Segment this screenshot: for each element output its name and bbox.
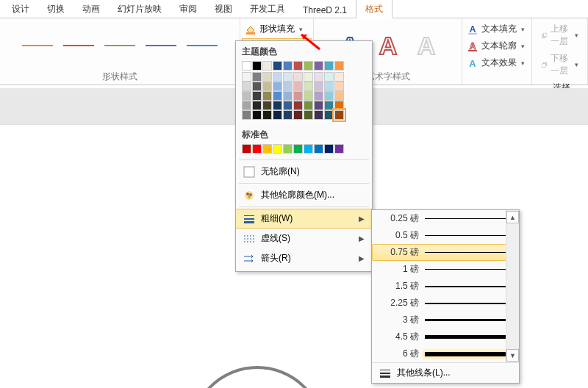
more-outline-colors-item[interactable]: 其他轮廓颜色(M)... <box>236 185 372 205</box>
color-swatch[interactable] <box>283 101 293 110</box>
color-swatch[interactable] <box>293 101 303 110</box>
style-preset-4[interactable] <box>146 45 176 46</box>
color-swatch[interactable] <box>273 82 282 91</box>
color-swatch[interactable] <box>334 144 344 154</box>
tab-review[interactable]: 审阅 <box>171 0 206 18</box>
color-swatch[interactable] <box>273 144 282 154</box>
tab-animations[interactable]: 动画 <box>74 0 109 18</box>
dashes-submenu-item[interactable]: 虚线(S) ▶ <box>236 229 372 248</box>
color-swatch[interactable] <box>314 144 323 154</box>
selected-arc-shape[interactable] <box>184 360 331 388</box>
weight-option[interactable]: 2.25 磅 <box>372 295 519 312</box>
color-swatch[interactable] <box>304 91 313 101</box>
color-swatch[interactable] <box>304 72 313 82</box>
color-swatch[interactable] <box>324 61 334 71</box>
wordart-style-3[interactable]: A <box>409 28 444 63</box>
weight-submenu-item[interactable]: 粗细(W) ▶ <box>236 209 372 229</box>
color-swatch[interactable] <box>304 110 313 120</box>
color-swatch[interactable] <box>314 110 323 120</box>
color-swatch[interactable] <box>314 82 323 91</box>
weight-option[interactable]: 6 磅 <box>372 345 519 362</box>
color-swatch[interactable] <box>252 72 262 82</box>
color-swatch[interactable] <box>252 91 262 101</box>
color-swatch[interactable] <box>293 91 303 101</box>
color-swatch[interactable] <box>283 110 293 120</box>
color-swatch[interactable] <box>252 61 262 71</box>
color-swatch[interactable] <box>324 82 334 91</box>
color-swatch[interactable] <box>273 72 282 82</box>
color-swatch[interactable] <box>334 61 344 71</box>
text-fill-button[interactable]: A 文本填充▾ <box>464 21 530 37</box>
color-swatch[interactable] <box>293 144 303 154</box>
color-swatch[interactable] <box>334 101 344 110</box>
color-swatch[interactable] <box>304 61 313 71</box>
color-swatch[interactable] <box>314 91 323 101</box>
wordart-style-2[interactable]: A <box>370 28 406 63</box>
more-lines-item[interactable]: 其他线条(L)... <box>372 363 519 383</box>
weight-option[interactable]: 3 磅 <box>372 312 519 328</box>
color-swatch[interactable] <box>242 91 251 101</box>
color-swatch[interactable] <box>252 101 262 110</box>
color-swatch[interactable] <box>273 110 282 120</box>
weight-option[interactable]: 0.75 磅 <box>372 244 519 261</box>
color-swatch[interactable] <box>334 82 344 91</box>
scroll-up-button[interactable]: ▲ <box>506 211 519 223</box>
color-swatch[interactable] <box>314 72 323 82</box>
weight-option[interactable]: 1.5 磅 <box>372 278 519 295</box>
weight-option[interactable]: 0.25 磅 <box>372 210 519 227</box>
color-swatch[interactable] <box>283 144 293 154</box>
color-swatch[interactable] <box>293 82 303 91</box>
color-swatch[interactable] <box>324 101 334 110</box>
send-backward-button[interactable]: 下移一层▾ <box>538 51 581 79</box>
color-swatch[interactable] <box>252 110 262 120</box>
color-swatch[interactable] <box>304 144 313 154</box>
color-swatch[interactable] <box>314 101 323 110</box>
color-swatch[interactable] <box>293 61 303 71</box>
weight-option[interactable]: 4.5 磅 <box>372 328 519 345</box>
color-swatch[interactable] <box>262 82 272 91</box>
color-swatch[interactable] <box>283 61 293 71</box>
color-swatch[interactable] <box>314 61 323 71</box>
tab-transitions[interactable]: 切换 <box>38 0 74 18</box>
weight-option[interactable]: 0.5 磅 <box>372 227 519 244</box>
style-preset-1[interactable] <box>22 45 53 46</box>
color-swatch[interactable] <box>324 144 334 154</box>
text-outline-button[interactable]: A 文本轮廓▾ <box>464 38 530 54</box>
color-swatch[interactable] <box>252 144 262 154</box>
color-swatch[interactable] <box>242 101 251 110</box>
color-swatch[interactable] <box>242 82 251 91</box>
color-swatch[interactable] <box>262 91 272 101</box>
tab-design[interactable]: 设计 <box>3 0 38 18</box>
color-swatch[interactable] <box>283 82 293 91</box>
text-effects-button[interactable]: A 文本效果▾ <box>464 55 530 71</box>
color-swatch[interactable] <box>242 144 251 154</box>
arrows-submenu-item[interactable]: 箭头(R) ▶ <box>236 248 372 268</box>
color-swatch[interactable] <box>304 101 313 110</box>
style-preset-2[interactable] <box>63 45 94 46</box>
color-swatch[interactable] <box>262 101 272 110</box>
color-swatch[interactable] <box>273 91 282 101</box>
tab-format[interactable]: 格式 <box>356 0 392 18</box>
color-swatch[interactable] <box>283 91 293 101</box>
no-outline-item[interactable]: 无轮廓(N) <box>236 162 372 182</box>
color-swatch[interactable] <box>262 144 272 154</box>
color-swatch[interactable] <box>273 61 282 71</box>
color-swatch[interactable] <box>252 82 262 91</box>
weight-option[interactable]: 1 磅 <box>372 261 519 278</box>
color-swatch[interactable] <box>293 110 303 120</box>
color-swatch[interactable] <box>262 61 272 71</box>
tab-view[interactable]: 视图 <box>206 0 241 18</box>
bring-forward-button[interactable]: 上移一层▾ <box>538 21 581 49</box>
tab-developer[interactable]: 开发工具 <box>241 0 294 18</box>
color-swatch[interactable] <box>304 82 313 91</box>
color-swatch[interactable] <box>262 72 272 82</box>
color-swatch[interactable] <box>324 110 334 120</box>
tab-threed[interactable]: ThreeD 2.1 <box>294 2 356 18</box>
tab-slideshow[interactable]: 幻灯片放映 <box>109 0 171 18</box>
color-swatch[interactable] <box>242 72 251 82</box>
color-swatch[interactable] <box>242 61 251 71</box>
color-swatch[interactable] <box>242 110 251 120</box>
style-preset-5[interactable] <box>187 45 218 46</box>
color-swatch[interactable] <box>324 72 334 82</box>
style-preset-3[interactable] <box>104 45 135 46</box>
